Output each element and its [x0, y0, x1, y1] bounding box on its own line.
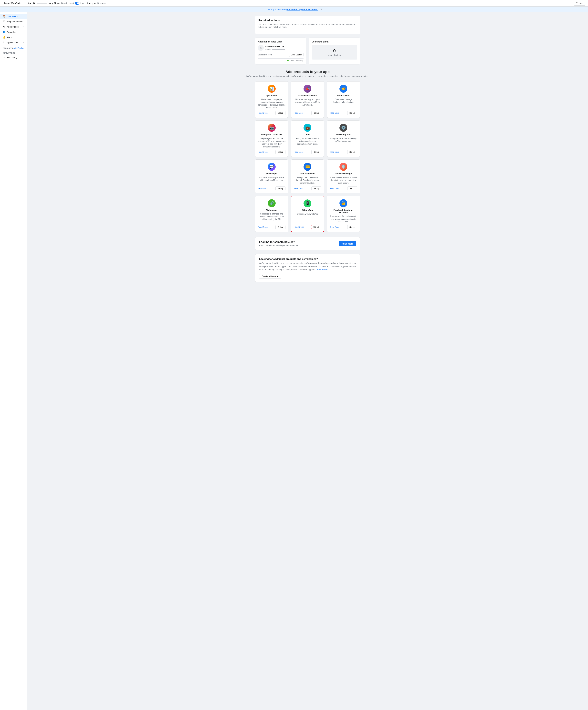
product-name: Marketing API: [336, 133, 350, 136]
setup-button[interactable]: Set up: [347, 111, 357, 115]
product-icon-9: 🔗: [268, 199, 276, 207]
product-card-threatexchange: 🛡️ThreatExchangeShare and learn about po…: [327, 160, 360, 193]
read-docs-link[interactable]: Read Docs: [294, 112, 303, 114]
app-mode-toggle[interactable]: App Mode: Development Live: [49, 2, 84, 5]
setup-button[interactable]: Set up: [311, 111, 322, 115]
read-docs-link[interactable]: Read Docs: [330, 187, 339, 190]
read-docs-link[interactable]: Read Docs: [330, 112, 339, 114]
top-navigation: Demo WorkDo.io ▼ App ID: App Mode: Devel…: [0, 0, 588, 6]
product-card-audience-network: 📣Audience NetworkMonetize your app and g…: [291, 81, 324, 118]
product-actions: Read DocsSet up: [258, 187, 286, 190]
product-actions: Read DocsSet up: [258, 225, 286, 229]
progress-remaining-label: 100% Remaining: [258, 60, 304, 62]
product-name: Webhooks: [266, 209, 277, 211]
setup-button[interactable]: Set up: [276, 225, 285, 229]
product-name: Web Payments: [300, 172, 315, 175]
product-name: Fundraisers: [337, 94, 350, 97]
sidebar-item-dashboard[interactable]: 🏠 Dashboard: [0, 14, 27, 19]
setup-button[interactable]: Set up: [311, 187, 322, 190]
products-section-header: Products Add Product: [0, 45, 27, 50]
read-docs-link[interactable]: Read Docs: [258, 112, 267, 114]
help-icon: ⓘ: [576, 2, 578, 5]
chevron-down-icon: ▾: [23, 42, 24, 44]
required-actions-title: Required actions: [259, 19, 357, 22]
setup-button[interactable]: Set up: [347, 187, 357, 190]
product-card-app-events: 📊App EventsUnderstand how people engage …: [255, 81, 288, 118]
limit-label: 0% of limit used: [258, 54, 272, 56]
app-name: Demo WorkDo.io: [4, 2, 21, 4]
add-products-section: Add products to your app We've streamlin…: [30, 70, 585, 232]
alerts-icon: 🔔: [3, 36, 5, 39]
product-actions: Read DocsSet up: [330, 225, 357, 229]
sidebar-item-app-roles[interactable]: 👥 App roles ▾: [0, 29, 27, 34]
read-more-button[interactable]: Read more: [339, 241, 356, 246]
product-card-jobs: 💼JobsPost jobs to the Facebook platform …: [291, 120, 324, 157]
app-name-display: Demo WorkDo.io: [265, 45, 285, 48]
application-rate-limit-box: Application Rate Limit ⚛ Demo WorkDo.io …: [255, 38, 306, 65]
banner-close-button[interactable]: ×: [320, 8, 322, 11]
sidebar-item-label: Activity log: [7, 56, 17, 58]
required-actions-icon: ☑: [3, 20, 5, 23]
banner-link[interactable]: Facebook Login for Business.: [287, 8, 318, 11]
create-new-app-button[interactable]: Create a New App: [259, 274, 282, 279]
product-icon-0: 📊: [268, 85, 276, 93]
read-docs-link[interactable]: Read Docs: [258, 151, 267, 153]
app-type: App type: Business: [87, 2, 106, 4]
view-details-button[interactable]: View Details: [289, 53, 304, 57]
learn-more-link[interactable]: Learn More: [317, 268, 328, 271]
app-icon: ⚛: [258, 45, 264, 51]
product-name: Messenger: [266, 172, 277, 175]
app-mode-label: App Mode:: [49, 2, 60, 4]
progress-dot: [287, 60, 288, 61]
activity-log-icon: ≡: [3, 56, 5, 58]
product-card-instagram-graph-api: 📷Instagram Graph APIIntegrate your app w…: [255, 120, 288, 157]
product-desc: Accept in-app payments through Facebook'…: [294, 176, 322, 184]
app-info: ⚛ Demo WorkDo.io App ID:: [258, 45, 304, 51]
sidebar-item-required-actions[interactable]: ☑ Required actions: [0, 19, 27, 24]
help-button[interactable]: ⓘ Help: [574, 1, 585, 5]
banner-text: This app is now using Facebook Login for…: [266, 8, 317, 11]
product-card-messenger: 💬MessengerCustomize the way you interact…: [255, 160, 288, 193]
read-docs-link[interactable]: Read Docs: [294, 151, 303, 153]
setup-button[interactable]: Set up: [347, 150, 357, 154]
user-rate-limit-box: User Rate Limit 0 Users throttled: [309, 38, 360, 65]
product-icon-4: 💼: [304, 124, 311, 132]
read-docs-link[interactable]: Read Docs: [330, 226, 339, 228]
product-card-fundraisers: 🤝FundraisersCreate and manage fundraiser…: [327, 81, 360, 118]
product-icon-6: 💬: [268, 163, 276, 171]
setup-button[interactable]: Set up: [311, 150, 322, 154]
read-docs-link[interactable]: Read Docs: [258, 226, 267, 228]
app-review-icon: 🛡: [3, 41, 5, 44]
sidebar-item-app-settings[interactable]: ⚙ App settings ▾: [0, 24, 27, 29]
setup-button[interactable]: Set up: [347, 225, 357, 229]
products-grid: 📊App EventsUnderstand how people engage …: [255, 81, 360, 232]
read-docs-link[interactable]: Read Docs: [330, 151, 339, 153]
required-actions-card: Required actions You don't have any requ…: [255, 16, 360, 34]
product-desc: Create and manage fundraisers for charit…: [330, 98, 357, 109]
setup-button[interactable]: Set up: [276, 111, 285, 115]
setup-button[interactable]: Set up: [276, 187, 285, 190]
app-selector[interactable]: Demo WorkDo.io ▼: [3, 1, 25, 5]
throttle-count: 0: [315, 48, 354, 53]
setup-button[interactable]: Set up: [311, 225, 321, 229]
sidebar-item-activity-log[interactable]: ≡ Activity log: [0, 55, 27, 60]
product-actions: Read DocsSet up: [330, 111, 357, 115]
mode-toggle-switch[interactable]: [75, 2, 79, 5]
throttle-label: Users throttled: [315, 54, 354, 56]
product-icon-1: 📣: [304, 85, 311, 93]
live-label: Live: [80, 2, 84, 4]
add-product-link[interactable]: Add Product: [14, 47, 24, 49]
sidebar-item-app-review[interactable]: 🛡 App Review ▾: [0, 40, 27, 45]
read-docs-link[interactable]: Read Docs: [294, 226, 304, 228]
looking-text: Looking for something else? Read more in…: [259, 241, 301, 247]
sidebar-item-alerts[interactable]: 🔔 Alerts ▾: [0, 34, 27, 40]
sidebar-item-label: Alerts: [7, 36, 12, 39]
progress-bar-track: [258, 58, 304, 59]
read-docs-link[interactable]: Read Docs: [294, 187, 303, 190]
chevron-down-icon: ▾: [23, 26, 24, 28]
product-desc: Integrate your app with the Instagram AP…: [258, 137, 286, 148]
app-id-label: App ID:: [28, 2, 47, 4]
read-docs-link[interactable]: Read Docs: [258, 187, 267, 190]
setup-button[interactable]: Set up: [276, 150, 285, 154]
nav-meta: App ID: App Mode: Development Live App t…: [28, 2, 574, 5]
